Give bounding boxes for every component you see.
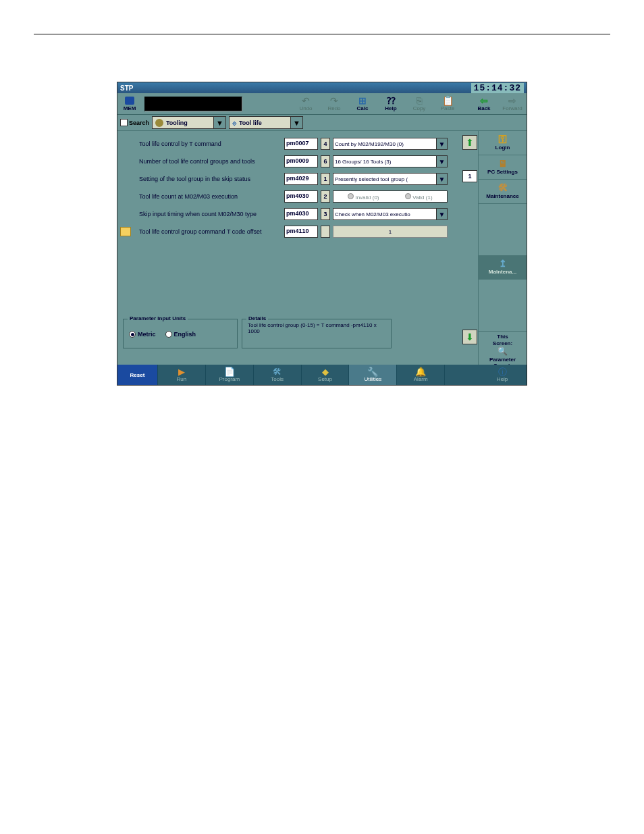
sidebar: ⚿Login 🖥PC Settings 🛠Maintenance ↥Mainte…: [478, 131, 527, 371]
chevron-down-icon: ▼: [213, 117, 225, 128]
undo-button[interactable]: ↶Undo: [292, 94, 320, 114]
param-index: 4: [321, 138, 330, 150]
clock: 15:14:32: [471, 83, 524, 93]
maintenance-tab[interactable]: ↥Maintena...: [479, 255, 527, 280]
info-icon: ⓘ: [498, 367, 507, 376]
calc-button[interactable]: ⊞Calc: [348, 94, 377, 114]
copy-icon: ⎘: [417, 96, 422, 105]
param-row: Number of tool life control groups and t…: [123, 153, 456, 170]
page-nav: ⬆ 1 ⬇: [462, 131, 478, 371]
subcategory-dropdown[interactable]: ⟐ Tool life ▼: [229, 116, 303, 129]
alarm-button[interactable]: 🔔Alarm: [397, 365, 445, 385]
back-icon: ⇦: [480, 96, 488, 105]
chevron-down-icon: ▼: [436, 209, 447, 219]
run-button[interactable]: ▶Run: [158, 365, 206, 385]
param-value[interactable]: 16 Groups/ 16 Tools (3)▼: [333, 155, 448, 167]
param-label: Tool life control group command T code o…: [123, 228, 281, 235]
param-value[interactable]: Check when M02/M03 executio▼: [333, 208, 448, 220]
program-icon: 📄: [224, 367, 235, 376]
param-code[interactable]: pm0007: [284, 138, 318, 150]
page-up-button[interactable]: ⬆: [462, 135, 477, 150]
tools-button[interactable]: 🛠Tools: [254, 365, 302, 385]
param-code[interactable]: pm4110: [284, 226, 318, 238]
param-code[interactable]: pm0009: [284, 155, 318, 167]
details-fieldset: Details Tool life control group (0-15) =…: [242, 319, 392, 348]
page-down-button[interactable]: ⬇: [462, 330, 477, 344]
command-display[interactable]: [144, 97, 242, 111]
tooling-icon: [155, 119, 163, 127]
pc-icon: 🖥: [498, 159, 508, 169]
param-index: 2: [321, 190, 330, 203]
param-value[interactable]: 1: [333, 226, 448, 238]
param-row: Tool life control group command T code o…: [123, 223, 456, 240]
mem-indicator: MEM: [117, 94, 142, 114]
page-number: 1: [462, 170, 477, 182]
tab-icon: ↥: [499, 259, 507, 269]
chevron-down-icon: ▼: [290, 117, 302, 128]
param-label: Number of tool life control groups and t…: [123, 158, 281, 165]
bottom-bar: Reset ▶Run 📄Program 🛠Tools ◆Setup 🔧Utili…: [117, 365, 527, 385]
key-icon: ⚿: [498, 134, 508, 145]
toollife-icon: ⟐: [232, 119, 237, 127]
forward-icon: ⇨: [508, 96, 516, 105]
param-label: Tool life count at M02/M03 execution: [123, 193, 281, 200]
chevron-down-icon: ▼: [436, 156, 447, 167]
param-row: Tool life count at M02/M03 executionpm40…: [123, 188, 456, 205]
param-index: 1: [321, 173, 330, 185]
param-row: Tool life control by T commandpm00074Cou…: [123, 135, 456, 153]
help-button-bottom[interactable]: ⓘHelp: [479, 365, 527, 385]
details-text: Tool life control group (0-15) = T comma…: [248, 322, 377, 334]
utilities-icon: 🔧: [367, 367, 378, 376]
search-bar: Search Tooling ▼ ⟐ Tool life ▼: [117, 115, 527, 131]
parameter-list: Tool life control by T commandpm00074Cou…: [117, 131, 462, 371]
paste-button[interactable]: 📋Paste: [433, 94, 462, 114]
param-row: Skip input timing when count M02/M30 typ…: [123, 205, 456, 223]
search-checkbox[interactable]: Search: [120, 119, 149, 126]
chevron-down-icon: ▼: [436, 138, 447, 149]
reset-button[interactable]: Reset: [117, 365, 158, 385]
units-fieldset: Parameter Input Units Metric English: [123, 319, 238, 348]
param-label: Skip input timing when count M02/M30 typ…: [123, 211, 281, 217]
copy-button[interactable]: ⎘Copy: [405, 94, 433, 114]
titlebar: STP 15:14:32: [117, 82, 527, 93]
param-index: 6: [321, 155, 330, 167]
search-icon: 🔍: [498, 346, 508, 356]
program-button[interactable]: 📄Program: [206, 365, 254, 385]
param-label: Tool life control by T command: [123, 140, 281, 147]
param-code[interactable]: pm4029: [284, 173, 318, 185]
alarm-icon: 🔔: [415, 367, 426, 376]
param-value[interactable]: Count by M02/M192/M30 (0)▼: [333, 138, 448, 150]
login-button[interactable]: ⚿Login: [479, 131, 527, 155]
redo-icon: ↷: [330, 96, 338, 105]
help-icon: ⁇: [387, 96, 396, 105]
param-code[interactable]: pm4030: [284, 208, 318, 220]
redo-button[interactable]: ↷Redo: [320, 94, 348, 114]
param-index: [321, 226, 330, 238]
calc-icon: ⊞: [358, 96, 367, 105]
pc-settings-button[interactable]: 🖥PC Settings: [479, 155, 527, 180]
note-icon: [120, 227, 131, 236]
paste-icon: 📋: [442, 96, 454, 105]
maintenance-button[interactable]: 🛠Maintenance: [479, 180, 527, 204]
param-index: 3: [321, 208, 330, 220]
cnc-control-screen: STP 15:14:32 MEM ↶Undo ↷Redo ⊞Calc ⁇Help…: [117, 82, 527, 386]
back-button[interactable]: ⇦Back: [470, 94, 498, 114]
param-label: Setting of the tool group in the skip st…: [123, 176, 281, 182]
metric-radio[interactable]: Metric: [129, 331, 156, 338]
setup-button[interactable]: ◆Setup: [302, 365, 350, 385]
param-code[interactable]: pm4030: [284, 190, 318, 203]
category-dropdown[interactable]: Tooling ▼: [152, 116, 226, 129]
mode-indicator: STP: [120, 84, 133, 92]
help-button[interactable]: ⁇Help: [377, 94, 405, 114]
undo-icon: ↶: [302, 96, 310, 105]
english-radio[interactable]: English: [165, 331, 196, 338]
run-icon: ▶: [178, 367, 185, 376]
forward-button[interactable]: ⇨Forward: [498, 94, 527, 114]
setup-icon: ◆: [322, 367, 329, 376]
toolbar: MEM ↶Undo ↷Redo ⊞Calc ⁇Help ⎘Copy 📋Paste…: [117, 93, 527, 115]
param-value[interactable]: Presently selected tool group (▼: [333, 173, 448, 185]
mem-icon: [125, 97, 134, 105]
wrench-icon: 🛠: [498, 183, 508, 193]
param-value[interactable]: Invalid (0)Valid (1): [333, 190, 448, 203]
utilities-button[interactable]: 🔧Utilities: [349, 365, 397, 385]
